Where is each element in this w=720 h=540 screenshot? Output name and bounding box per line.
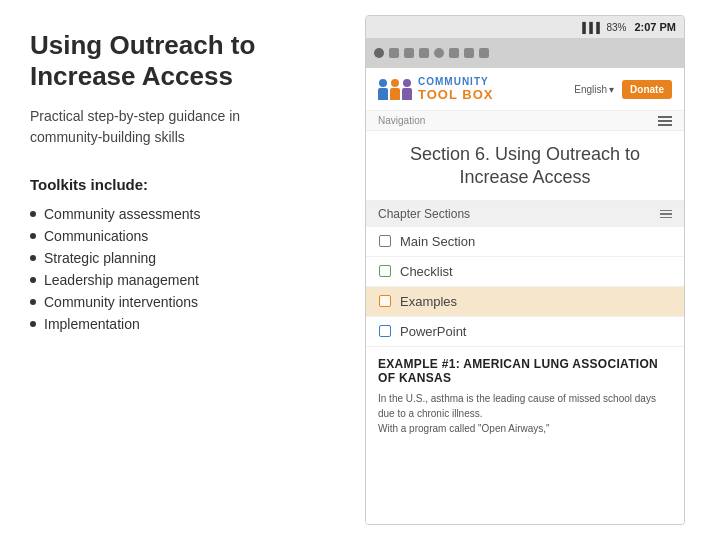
toolbar-icon-5 [434,48,444,58]
bullet-icon [30,255,36,261]
toolbar-icon-3 [404,48,414,58]
menu-item-examples[interactable]: Examples [366,287,684,317]
subtitle: Practical step-by-step guidance in commu… [30,106,310,148]
navigation-label: Navigation [378,115,425,126]
figure-body-blue [378,88,388,100]
figure-purple [402,79,412,100]
chapter-menu-icon[interactable] [660,210,672,219]
home-icon [378,234,392,248]
figure-body-orange [390,88,400,100]
toolkit-list-item: Community interventions [30,291,310,313]
toolbar-icon-8 [479,48,489,58]
logo-text-area: COMMUNITY TOOL BOX [418,76,493,102]
example-content: EXAMPLE #1: AMERICAN LUNG ASSOCIATION OF… [366,347,684,524]
figure-head-orange [391,79,399,87]
ctb-logo: COMMUNITY TOOL BOX [378,76,493,102]
toolkit-item-label: Community assessments [44,206,200,222]
example-text-1: In the U.S., asthma is the leading cause… [378,391,672,421]
bullet-icon [30,211,36,217]
toolkit-item-label: Implementation [44,316,140,332]
example-icon [378,294,392,308]
toolkit-list-item: Implementation [30,313,310,335]
toolbar-icon-4 [419,48,429,58]
powerpoint-label: PowerPoint [400,324,466,339]
toolbar-icon-1 [374,48,384,58]
english-label: English [574,84,607,95]
examples-label: Examples [400,294,457,309]
app-toolbar [366,38,684,68]
chapter-sections-label: Chapter Sections [378,207,470,221]
menu-item-checklist[interactable]: Checklist [366,257,684,287]
status-icons: ▌▌▌ 83% [582,22,626,33]
figure-body-purple [402,88,412,100]
phone-frame: ▌▌▌ 83% 2:07 PM [365,15,685,525]
donate-button[interactable]: Donate [622,80,672,99]
toolbar-icons [374,48,489,58]
main-title: Using Outreach to Increase Access [30,30,310,92]
checklist-label: Checklist [400,264,453,279]
english-button[interactable]: English ▾ [574,84,614,95]
header-right: English ▾ Donate [574,80,672,99]
logo-community-text: COMMUNITY [418,76,493,87]
bullet-icon [30,233,36,239]
example-text-2: With a program called "Open Airways," [378,421,672,436]
toolbar-icon-2 [389,48,399,58]
bullet-icon [30,277,36,283]
toolkit-item-label: Strategic planning [44,250,156,266]
hamburger-icon[interactable] [658,116,672,126]
toolkit-list-item: Strategic planning [30,247,310,269]
toolkit-list-item: Communications [30,225,310,247]
nav-bar: Navigation [366,111,684,131]
main-section-label: Main Section [400,234,475,249]
toolkit-list-item: Leadership management [30,269,310,291]
example-heading: EXAMPLE #1: AMERICAN LUNG ASSOCIATION OF… [378,357,672,385]
toolkit-item-label: Leadership management [44,272,199,288]
section-title-area: Section 6. Using Outreach to Increase Ac… [366,131,684,201]
battery-percent: 83% [606,22,626,33]
chevron-down-icon: ▾ [609,84,614,95]
time-display: 2:07 PM [634,21,676,33]
toolkit-list: Community assessmentsCommunicationsStrat… [30,203,310,335]
section-title: Section 6. Using Outreach to Increase Ac… [378,143,672,190]
menu-item-main-section[interactable]: Main Section [366,227,684,257]
toolkit-item-label: Communications [44,228,148,244]
left-panel: Using Outreach to Increase Access Practi… [0,0,340,540]
chapter-sections-bar: Chapter Sections [366,201,684,227]
figure-head-blue [379,79,387,87]
logo-figures [378,79,412,100]
right-panel: ▌▌▌ 83% 2:07 PM [340,0,720,540]
toolkit-list-item: Community assessments [30,203,310,225]
logo-toolbox-text: TOOL BOX [418,87,493,102]
figure-orange [390,79,400,100]
menu-item-powerpoint[interactable]: PowerPoint [366,317,684,347]
menu-items: Main Section Checklist Examples PowerPoi… [366,227,684,347]
figure-blue [378,79,388,100]
check-icon [378,264,392,278]
website-header: COMMUNITY TOOL BOX English ▾ Donate [366,68,684,111]
powerpoint-icon [378,324,392,338]
bullet-icon [30,321,36,327]
toolbar-icon-7 [464,48,474,58]
figure-head-purple [403,79,411,87]
toolbar-icon-6 [449,48,459,58]
status-bar: ▌▌▌ 83% 2:07 PM [366,16,684,38]
toolkits-heading: Toolkits include: [30,176,310,193]
toolkit-item-label: Community interventions [44,294,198,310]
bullet-icon [30,299,36,305]
signal-icon: ▌▌▌ [582,22,603,33]
